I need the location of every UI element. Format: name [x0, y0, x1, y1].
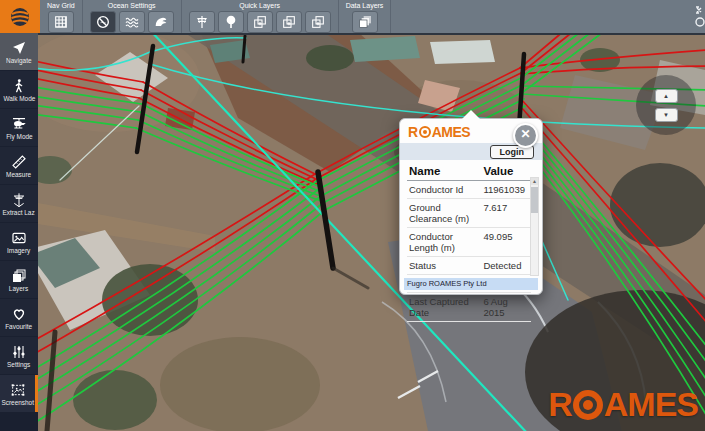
screenshot-selection-icon: [9, 382, 27, 398]
layer-add-icon: [281, 14, 297, 30]
grid-icon: [53, 14, 69, 30]
toolbar-corner-tools[interactable]: [695, 3, 705, 33]
attr-value: 6 Aug 2015: [481, 293, 531, 322]
scrollbar-thumb[interactable]: [531, 187, 538, 213]
attr-value: Detected: [481, 257, 531, 275]
sidebar-item-screenshot[interactable]: Screenshot: [0, 375, 38, 412]
section-label: Ocean Settings: [108, 2, 156, 10]
close-button[interactable]: ✕: [513, 123, 538, 148]
attr-name: Status: [407, 257, 481, 275]
sidebar-item-navigate[interactable]: Navigate: [0, 33, 38, 70]
sidebar-item-label: Imagery: [7, 247, 30, 253]
sidebar-item-favourite[interactable]: Favourite: [0, 299, 38, 336]
brand-o-icon: [419, 126, 431, 138]
watermark-o-icon: [573, 390, 603, 420]
popup-scrollbar[interactable]: ▲: [530, 177, 539, 276]
attr-value: 7.617: [481, 199, 531, 228]
attr-value: 49.095: [481, 228, 531, 257]
table-row: StatusDetected: [407, 257, 531, 275]
ocean-disabled-icon: [95, 14, 111, 30]
roames-brand-logo: RAMES: [408, 124, 470, 140]
column-header-value: Value: [481, 162, 531, 181]
nav-grid-button[interactable]: [48, 11, 74, 33]
chevron-up-icon: ▲: [663, 93, 669, 99]
layers-stack-icon: [357, 14, 373, 30]
toolbar-section-ocean-settings: Ocean Settings: [83, 0, 182, 33]
waves-icon: [124, 14, 140, 30]
sidebar-item-label: Measure: [6, 171, 31, 177]
sidebar-item-fly-mode[interactable]: Fly Mode: [0, 109, 38, 146]
expand-and-help-icons: [695, 3, 705, 29]
toolbar-section-nav-grid: Nav Grid: [40, 0, 83, 33]
layer-add-icon: [310, 14, 326, 30]
popup-footer: Fugro ROAMES Pty Ltd: [404, 278, 538, 290]
conductor-info-popup: RAMES ✕ Login Name Value Conductor Id119…: [399, 118, 543, 295]
sidebar-item-measure[interactable]: Measure: [0, 147, 38, 184]
aerial-map-canvas: [0, 0, 705, 431]
sidebar-item-label: Layers: [9, 285, 28, 291]
attr-name: Ground Clearance (m): [407, 199, 481, 228]
power-pole-icon: [194, 14, 210, 30]
watermark-text: R: [548, 385, 572, 424]
tool-sidebar: Navigate Walk Mode Fly Mode Measure Extr…: [0, 33, 38, 431]
close-icon: ✕: [520, 127, 530, 141]
sidebar-item-label: Walk Mode: [3, 95, 35, 101]
helicopter-icon: [10, 116, 28, 132]
sidebar-item-label: Extract Laz: [3, 209, 35, 215]
map-viewport[interactable]: [0, 0, 705, 431]
toolbar-section-quick-layers: Quick Layers: [182, 0, 339, 33]
sidebar-item-label: Screenshot: [1, 399, 34, 405]
ocean-waves-button[interactable]: [119, 11, 145, 33]
roames-watermark: RAMES: [548, 385, 698, 424]
tree-icon: [223, 14, 239, 30]
walking-person-icon: [11, 78, 27, 94]
scroll-up-arrow[interactable]: ▲: [531, 178, 538, 185]
camera-nav-widget[interactable]: ▲ ▼: [636, 75, 696, 135]
sidebar-item-settings[interactable]: Settings: [0, 337, 38, 374]
quick-layer-vegetation-button[interactable]: [218, 11, 244, 33]
table-row: Conductor Length (m)49.095: [407, 228, 531, 257]
utility-pole-icon: [11, 192, 27, 208]
wave-crest-icon: [153, 14, 169, 30]
watermark-text: AMES: [604, 385, 698, 424]
ocean-off-button[interactable]: [90, 11, 116, 33]
navigate-arrow-icon: [11, 40, 27, 56]
sidebar-item-label: Favourite: [6, 323, 33, 329]
heart-icon: [11, 306, 27, 322]
data-layers-button[interactable]: [352, 11, 378, 33]
quick-layer-add-1-button[interactable]: [247, 11, 273, 33]
quick-layer-add-3-button[interactable]: [305, 11, 331, 33]
layers-icon: [11, 268, 27, 284]
table-row: Last Captured Date6 Aug 2015: [407, 293, 531, 322]
ruler-icon: [11, 154, 27, 170]
layer-add-icon: [252, 14, 268, 30]
table-row: Conductor Id11961039: [407, 181, 531, 199]
toolbar-section-data-layers: Data Layers: [339, 0, 392, 33]
sidebar-item-label: Navigate: [6, 57, 31, 63]
section-label: Quick Layers: [239, 2, 280, 10]
roames-swirl-icon: [8, 5, 32, 29]
sidebar-item-imagery[interactable]: Imagery: [0, 223, 38, 260]
tilt-up-button[interactable]: ▲: [655, 89, 678, 103]
chevron-down-icon: ▼: [663, 112, 669, 118]
photo-icon: [11, 230, 27, 246]
section-label: Data Layers: [346, 2, 384, 10]
sidebar-item-extract-laz[interactable]: Extract Laz: [0, 185, 38, 222]
quick-layer-add-2-button[interactable]: [276, 11, 302, 33]
popup-callout-arrow: [462, 110, 480, 119]
sidebar-item-layers[interactable]: Layers: [0, 261, 38, 298]
roames-logo[interactable]: [0, 0, 40, 33]
attr-name: Last Captured Date: [407, 293, 481, 322]
attribute-table: Name Value Conductor Id11961039 Ground C…: [407, 162, 531, 322]
ocean-wave-crest-button[interactable]: [148, 11, 174, 33]
top-toolbar: Nav Grid Ocean Settings Quick Layers: [0, 0, 705, 35]
quick-layer-powerlines-button[interactable]: [189, 11, 215, 33]
column-header-name: Name: [407, 162, 481, 181]
tilt-down-button[interactable]: ▼: [655, 108, 678, 122]
sidebar-item-label: Settings: [7, 361, 30, 367]
attr-name: Conductor Length (m): [407, 228, 481, 257]
table-row: Ground Clearance (m)7.617: [407, 199, 531, 228]
attr-name: Conductor Id: [407, 181, 481, 199]
sidebar-item-walk-mode[interactable]: Walk Mode: [0, 71, 38, 108]
sidebar-item-label: Fly Mode: [6, 133, 32, 139]
